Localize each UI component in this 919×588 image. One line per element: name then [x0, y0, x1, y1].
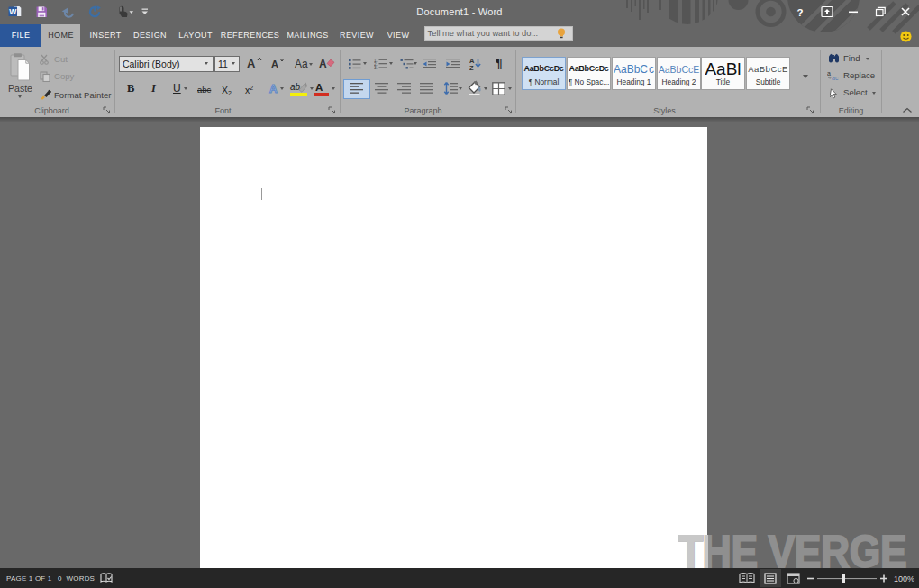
- svg-text:?: ?: [797, 7, 804, 18]
- svg-text:Z: Z: [469, 64, 474, 71]
- svg-text:a: a: [827, 70, 831, 77]
- svg-text:W: W: [9, 7, 17, 16]
- svg-text:100%: 100%: [894, 574, 914, 583]
- svg-text:3.: 3.: [374, 66, 378, 70]
- svg-text:ac: ac: [832, 75, 839, 81]
